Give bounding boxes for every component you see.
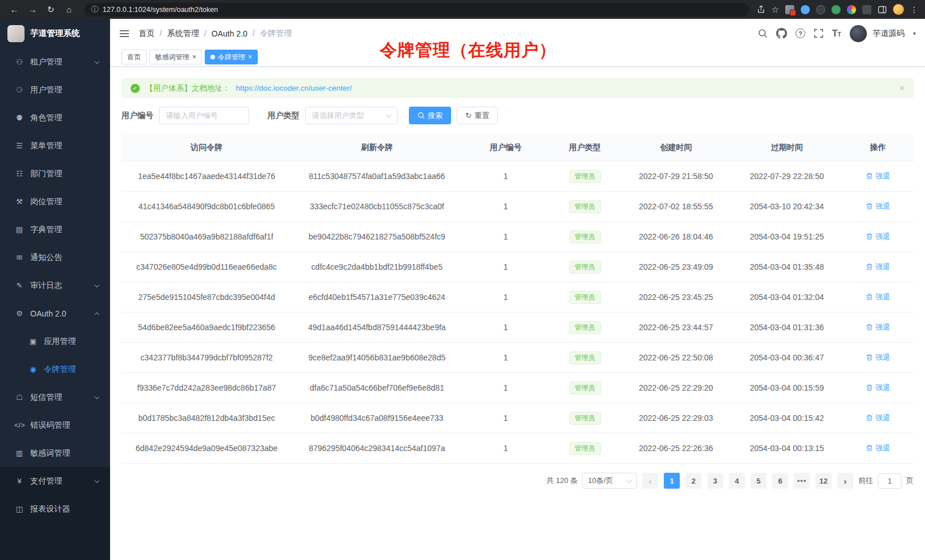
page-number-button[interactable]: 12 [816,473,831,489]
browser-profile-avatar[interactable] [893,4,904,15]
sidebar-bottom-section: ¥ 支付管理 ◫ 报表设计器 [0,467,110,560]
page-number-button[interactable]: 3 [707,473,723,489]
reload-button[interactable]: ↻ [43,3,58,17]
side-panel-icon[interactable] [878,5,887,14]
refresh-token-cell: 9ce8ef2aa9f14056b831ae9b608e28d5 [292,343,462,373]
sidebar-item[interactable]: ☖ 短信管理 [0,383,110,411]
menu-item-label: 审计日志 [30,281,62,291]
page-tab[interactable]: 令牌管理 × [205,50,258,64]
access-token-cell: b0d1785bc3a8482f812db4a3f3bd15ec [121,403,292,433]
sidebar-item[interactable]: ⚉ 角色管理 [0,104,110,132]
sidebar-item[interactable]: ▣ 应用管理 [0,327,110,355]
refresh-token-cell: 811c530487574fa0af1a59d3abc1aa66 [292,161,462,192]
page-number-button[interactable]: 5 [750,473,766,489]
force-logout-button[interactable]: 强退 [866,443,890,453]
doc-link[interactable]: https://doc.iocoder.cn/user-center/ [236,84,352,92]
action-cell: 强退 [842,252,914,282]
sidebar-item[interactable]: ✎ 审计日志 [0,271,110,299]
sidebar-item[interactable]: ¥ 支付管理 [0,467,110,495]
extension-badge-icon[interactable] [785,5,794,14]
alert-text: 【用户体系】文档地址： [145,83,230,94]
menu-item-icon: ▣ [28,337,38,346]
force-logout-button[interactable]: 强退 [866,201,890,212]
back-button[interactable]: ← [7,3,22,17]
sidebar-item[interactable]: ▤ 字典管理 [0,216,110,244]
page-number-button[interactable]: ••• [794,473,810,489]
extension-dark-icon[interactable] [816,5,825,14]
sidebar-item[interactable]: ☷ 部门管理 [0,160,110,188]
next-page-button[interactable]: › [837,473,853,489]
user-name[interactable]: 芋道源码 [873,29,904,39]
breadcrumb-item[interactable]: 首页 [139,29,155,39]
font-size-icon[interactable]: TT [832,29,841,38]
sidebar-item[interactable]: ✉ 通知公告 [0,244,110,271]
browser-menu-icon[interactable]: ⋮ [910,5,918,14]
user-type-cell: 管理员 [549,373,620,403]
extensions-puzzle-icon[interactable] [862,5,871,14]
main-area: 首页 系统管理 OAuth 2.0 令牌管理 ? [110,19,925,560]
fullscreen-icon[interactable] [814,29,823,38]
search-button[interactable]: 搜索 [409,107,451,124]
site-info-icon[interactable]: ⓘ [91,5,99,15]
address-bar[interactable]: ⓘ 127.0.0.1:1024/system/oauth2/token [84,3,749,17]
extension-green-icon[interactable] [831,5,841,14]
sidebar-item[interactable]: ⚙ OAuth 2.0 [0,299,110,327]
sidebar-item[interactable]: </> 错误码管理 [0,411,110,439]
page-tab[interactable]: 首页 [121,50,147,64]
prev-page-button[interactable]: ‹ [642,473,658,489]
tab-close-icon[interactable]: × [192,54,196,60]
user-type-select[interactable]: 请选择用户类型 [305,107,397,124]
menu-item-icon: ⚉ [14,113,25,122]
force-logout-button[interactable]: 强退 [866,383,890,393]
force-logout-button[interactable]: 强退 [866,232,890,242]
page-number-button[interactable]: 6 [772,473,788,489]
github-icon[interactable] [776,28,787,39]
force-logout-button[interactable]: 强退 [866,171,890,181]
user-type-cell: 管理员 [549,343,620,373]
page-tab[interactable]: 敏感词管理 × [149,50,202,64]
forward-button[interactable]: → [25,3,40,17]
sidebar-item[interactable]: ⚇ 租户管理 [0,48,110,76]
sidebar-item[interactable]: ◉ 令牌管理 [0,355,110,383]
user-menu-caret-icon[interactable]: ▾ [913,30,916,36]
sidebar-item[interactable]: ⚆ 用户管理 [0,76,110,104]
menu-item-icon: ¥ [14,477,25,485]
user-avatar[interactable] [850,25,867,42]
force-logout-button[interactable]: 强退 [866,352,890,363]
page-number-button[interactable]: 1 [664,473,680,489]
help-icon[interactable]: ? [796,29,805,38]
sidebar-item[interactable]: ☰ 菜单管理 [0,132,110,160]
bookmark-star-icon[interactable]: ☆ [772,5,779,15]
header-tools: ? TT 芋道源码 ▾ [758,25,916,42]
goto-page-input[interactable] [878,473,902,489]
alert-close-icon[interactable]: × [899,83,904,94]
sidebar-item[interactable]: ▥ 敏感词管理 [0,439,110,467]
user-id-label: 用户编号 [121,111,153,121]
url-text: 127.0.0.1:1024/system/oauth2/token [103,6,218,14]
user-id-cell: 1 [462,313,549,343]
sidebar-collapse-icon[interactable] [119,29,129,39]
breadcrumb-item[interactable]: 令牌管理 [248,29,292,39]
extension-rainbow-icon[interactable] [847,5,856,14]
page-number-button[interactable]: 4 [729,473,745,489]
goto-suffix: 页 [906,476,914,486]
reset-button[interactable]: ↻ 重置 [457,107,498,124]
app-logo-row[interactable]: 芋道管理系统 [0,19,110,48]
force-logout-button[interactable]: 强退 [866,322,890,332]
create-time-cell: 2022-06-25 22:50:08 [620,343,731,373]
sidebar-item[interactable]: ⚒ 岗位管理 [0,188,110,216]
sidebar-item[interactable]: ◫ 报表设计器 [0,495,110,523]
share-icon[interactable] [757,5,765,14]
page-size-select[interactable]: 10条/页 [582,473,637,489]
search-icon[interactable] [758,29,768,38]
page-number-button[interactable]: 2 [685,473,701,489]
extension-blue-icon[interactable] [801,5,810,14]
breadcrumb-item[interactable]: 系统管理 [155,29,199,39]
force-logout-button[interactable]: 强退 [866,262,890,272]
force-logout-button[interactable]: 强退 [866,413,890,423]
home-button[interactable]: ⌂ [62,3,76,17]
tab-close-icon[interactable]: × [248,54,252,60]
breadcrumb-item[interactable]: OAuth 2.0 [199,29,248,38]
force-logout-button[interactable]: 强退 [866,292,890,302]
user-id-input[interactable] [159,107,249,124]
